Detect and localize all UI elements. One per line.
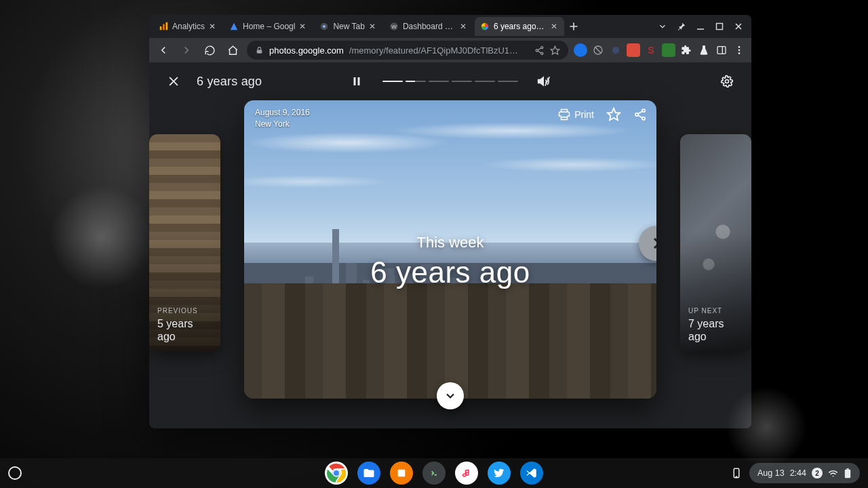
chrome-icon (319, 22, 329, 31)
memory-photo-card[interactable]: August 9, 2016 New York Print (244, 100, 656, 399)
svg-marker-31 (608, 108, 620, 120)
shelf-date: Aug 13 (757, 468, 785, 478)
chrome-menu-button[interactable] (732, 43, 746, 57)
progress-segment (382, 81, 403, 83)
extension-icon[interactable] (662, 43, 675, 57)
battery-icon (844, 468, 852, 479)
overlay-subtitle: This week (244, 234, 656, 251)
photo-location: New York (255, 119, 310, 130)
svg-rect-46 (846, 468, 848, 470)
chromeos-shelf: Aug 13 2:44 2 (0, 458, 868, 488)
memory-overlay-title: This week 6 years ago (244, 234, 656, 289)
notification-badge: 2 (812, 468, 823, 479)
svg-line-14 (538, 51, 541, 53)
progress-segment (452, 81, 472, 83)
launcher-button[interactable] (8, 466, 22, 480)
svg-point-22 (738, 49, 741, 52)
analytics-icon (159, 22, 168, 31)
nav-forward-button[interactable] (178, 41, 195, 59)
tab-strip: Analytics ✕ Home – Googl ✕ New Tab ✕ W D… (149, 15, 751, 38)
vscode-app-icon[interactable] (520, 462, 543, 485)
svg-line-36 (638, 115, 643, 118)
share-button[interactable] (633, 108, 647, 121)
print-label: Print (574, 109, 594, 120)
nav-reload-button[interactable] (201, 41, 218, 59)
side-panel-icon[interactable] (715, 43, 728, 57)
tab-new-tab[interactable]: New Tab ✕ (314, 17, 382, 36)
toolbar: photos.google.com/memory/featured/AF1Qip… (149, 38, 751, 62)
svg-rect-9 (257, 49, 262, 53)
url-domain: photos.google.com (269, 45, 344, 56)
chrome-app-icon[interactable] (325, 462, 348, 485)
tab-label: 6 years ago - M (494, 22, 547, 31)
tab-label: Dashboard ‹ Al (403, 22, 456, 31)
status-pill[interactable]: Aug 13 2:44 2 (749, 463, 860, 483)
window-maximize-button[interactable] (711, 18, 728, 35)
music-app-icon[interactable] (455, 462, 478, 485)
nav-back-button[interactable] (155, 41, 172, 59)
extension-icon[interactable] (574, 43, 587, 57)
memory-stage: PREVIOUS 5 years ago (149, 100, 751, 428)
settings-button[interactable] (716, 70, 738, 92)
pause-button[interactable] (346, 70, 368, 92)
mute-button[interactable] (533, 70, 555, 92)
photo-metadata: August 9, 2016 New York (255, 107, 310, 130)
google-icon (229, 22, 239, 31)
svg-line-35 (638, 111, 643, 114)
terminal-app-icon[interactable] (422, 462, 446, 485)
svg-point-18 (612, 47, 620, 54)
svg-rect-26 (354, 77, 356, 85)
close-icon[interactable]: ✕ (551, 22, 559, 31)
tab-search-button[interactable] (654, 18, 671, 35)
content-viewport: 6 years ago (149, 62, 751, 428)
svg-rect-8 (717, 24, 723, 30)
extension-icon[interactable] (627, 43, 640, 57)
nav-home-button[interactable] (224, 41, 241, 59)
close-icon[interactable]: ✕ (460, 22, 468, 31)
print-button[interactable]: Print (558, 108, 594, 121)
close-icon[interactable]: ✕ (369, 22, 377, 31)
memory-topbar: 6 years ago (149, 62, 751, 100)
svg-rect-2 (166, 22, 168, 30)
peek-label: 5 years ago (157, 317, 212, 343)
next-memory-peek[interactable]: UP NEXT 7 years ago (680, 134, 751, 351)
window-close-button[interactable] (730, 18, 747, 35)
tab-dashboard[interactable]: W Dashboard ‹ Al ✕ (384, 17, 473, 36)
svg-point-23 (738, 52, 741, 54)
new-tab-button[interactable] (566, 18, 582, 35)
tab-analytics[interactable]: Analytics ✕ (153, 17, 222, 36)
address-bar[interactable]: photos.google.com/memory/featured/AF1Qip… (247, 41, 568, 60)
labs-icon[interactable] (697, 43, 711, 57)
close-memory-button[interactable] (163, 70, 184, 92)
tab-label: New Tab (333, 22, 364, 31)
share-icon[interactable] (534, 45, 545, 56)
tab-photos-memory[interactable]: 6 years ago - M ✕ (475, 17, 564, 36)
expand-panel-button[interactable] (437, 382, 464, 409)
app-icon[interactable] (390, 462, 413, 485)
memory-title: 6 years ago (197, 75, 262, 89)
extension-icon[interactable] (609, 43, 623, 57)
svg-point-4 (323, 25, 326, 28)
tab-google-home[interactable]: Home – Googl ✕ (224, 17, 313, 36)
close-icon[interactable]: ✕ (209, 22, 217, 31)
favorite-button[interactable] (606, 107, 621, 122)
photo-date: August 9, 2016 (255, 107, 310, 119)
prev-memory-peek[interactable]: PREVIOUS 5 years ago (149, 134, 220, 351)
phone-hub-icon[interactable] (730, 467, 743, 479)
window-minimize-button[interactable] (692, 18, 709, 35)
extension-icon[interactable] (591, 43, 605, 57)
svg-line-17 (595, 47, 601, 53)
shelf-apps (325, 462, 543, 485)
pin-icon[interactable] (673, 18, 690, 35)
story-progress[interactable] (382, 81, 518, 83)
close-icon[interactable]: ✕ (299, 22, 307, 31)
progress-segment (475, 81, 495, 83)
extensions-menu-icon[interactable] (679, 43, 693, 57)
twitter-app-icon[interactable] (488, 462, 511, 485)
files-app-icon[interactable] (357, 462, 380, 485)
status-tray[interactable]: Aug 13 2:44 2 (730, 463, 860, 483)
bookmark-star-icon[interactable] (550, 45, 560, 56)
tab-label: Home – Googl (243, 22, 295, 31)
shelf-time: 2:44 (790, 468, 806, 478)
extension-icon[interactable]: S (644, 43, 658, 57)
